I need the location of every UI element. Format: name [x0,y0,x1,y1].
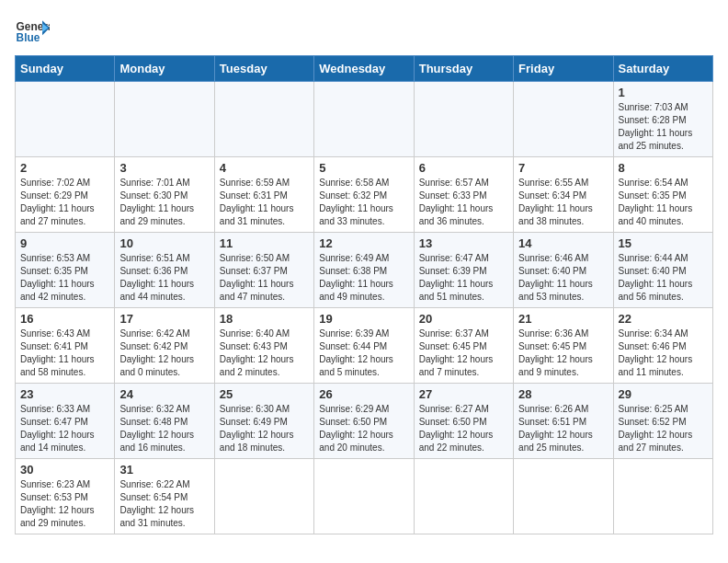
day-number: 24 [119,387,209,401]
calendar-cell [214,82,313,157]
day-number: 21 [518,312,608,326]
day-info: Sunrise: 6:47 AM Sunset: 6:39 PM Dayligh… [419,252,508,304]
day-number: 31 [119,463,209,477]
day-number: 28 [518,387,608,401]
weekday-header: Monday [115,56,214,82]
day-number: 22 [619,312,708,326]
day-info: Sunrise: 6:32 AM Sunset: 6:48 PM Dayligh… [119,403,209,454]
calendar-cell: 3Sunrise: 7:01 AM Sunset: 6:30 PM Daylig… [115,157,214,233]
day-info: Sunrise: 6:34 AM Sunset: 6:46 PM Dayligh… [619,327,708,379]
calendar-cell: 2Sunrise: 7:02 AM Sunset: 6:29 PM Daylig… [16,157,115,233]
day-number: 23 [20,387,109,401]
calendar-cell: 18Sunrise: 6:40 AM Sunset: 6:43 PM Dayli… [214,308,313,384]
logo: General Blue [15,15,53,50]
weekday-header: Saturday [613,56,712,82]
day-info: Sunrise: 6:25 AM Sunset: 6:52 PM Dayligh… [619,403,708,454]
day-number: 12 [319,236,408,250]
weekday-header: Wednesday [314,56,414,82]
calendar-cell [414,459,513,534]
day-info: Sunrise: 6:55 AM Sunset: 6:34 PM Dayligh… [518,177,608,228]
day-info: Sunrise: 6:23 AM Sunset: 6:53 PM Dayligh… [20,478,109,530]
day-info: Sunrise: 6:42 AM Sunset: 6:42 PM Dayligh… [119,327,209,379]
day-info: Sunrise: 6:46 AM Sunset: 6:40 PM Dayligh… [518,252,608,304]
day-number: 8 [619,161,708,175]
day-info: Sunrise: 6:59 AM Sunset: 6:31 PM Dayligh… [220,177,309,228]
calendar-cell: 14Sunrise: 6:46 AM Sunset: 6:40 PM Dayli… [514,233,613,308]
day-info: Sunrise: 6:30 AM Sunset: 6:49 PM Dayligh… [220,403,309,454]
calendar-cell: 11Sunrise: 6:50 AM Sunset: 6:37 PM Dayli… [214,233,313,308]
calendar-cell: 28Sunrise: 6:26 AM Sunset: 6:51 PM Dayli… [514,384,613,459]
calendar-week-row: 2Sunrise: 7:02 AM Sunset: 6:29 PM Daylig… [16,157,713,233]
calendar-week-row: 1Sunrise: 7:03 AM Sunset: 6:28 PM Daylig… [16,82,713,157]
day-number: 19 [319,312,408,326]
calendar-cell: 24Sunrise: 6:32 AM Sunset: 6:48 PM Dayli… [115,384,214,459]
day-info: Sunrise: 6:43 AM Sunset: 6:41 PM Dayligh… [20,327,109,379]
day-number: 30 [20,463,109,477]
calendar-cell: 17Sunrise: 6:42 AM Sunset: 6:42 PM Dayli… [115,308,214,384]
calendar-cell [514,459,613,534]
day-number: 10 [119,236,209,250]
day-number: 25 [220,387,309,401]
weekday-header: Tuesday [214,56,313,82]
calendar-cell: 1Sunrise: 7:03 AM Sunset: 6:28 PM Daylig… [613,82,712,157]
day-number: 6 [419,161,508,175]
day-info: Sunrise: 6:36 AM Sunset: 6:45 PM Dayligh… [518,327,608,379]
day-info: Sunrise: 6:26 AM Sunset: 6:51 PM Dayligh… [518,403,608,454]
calendar-cell: 26Sunrise: 6:29 AM Sunset: 6:50 PM Dayli… [314,384,414,459]
weekday-header: Sunday [16,56,115,82]
calendar-cell: 31Sunrise: 6:22 AM Sunset: 6:54 PM Dayli… [115,459,214,534]
header: General Blue [15,15,713,50]
calendar-cell: 6Sunrise: 6:57 AM Sunset: 6:33 PM Daylig… [414,157,513,233]
day-info: Sunrise: 6:27 AM Sunset: 6:50 PM Dayligh… [419,403,508,454]
calendar-cell: 7Sunrise: 6:55 AM Sunset: 6:34 PM Daylig… [514,157,613,233]
logo-icon: General Blue [15,15,50,50]
calendar-cell: 21Sunrise: 6:36 AM Sunset: 6:45 PM Dayli… [514,308,613,384]
day-number: 26 [319,387,408,401]
day-number: 3 [119,161,209,175]
svg-text:Blue: Blue [17,31,40,44]
calendar-cell: 10Sunrise: 6:51 AM Sunset: 6:36 PM Dayli… [115,233,214,308]
day-number: 20 [419,312,508,326]
calendar-cell: 15Sunrise: 6:44 AM Sunset: 6:40 PM Dayli… [613,233,712,308]
calendar-cell [314,459,414,534]
weekday-header: Thursday [414,56,513,82]
calendar-cell: 20Sunrise: 6:37 AM Sunset: 6:45 PM Dayli… [414,308,513,384]
day-info: Sunrise: 6:29 AM Sunset: 6:50 PM Dayligh… [319,403,408,454]
day-number: 29 [619,387,708,401]
calendar-cell [115,82,214,157]
day-number: 7 [518,161,608,175]
calendar-cell: 8Sunrise: 6:54 AM Sunset: 6:35 PM Daylig… [613,157,712,233]
day-number: 9 [20,236,109,250]
calendar-cell: 29Sunrise: 6:25 AM Sunset: 6:52 PM Dayli… [613,384,712,459]
day-number: 4 [220,161,309,175]
calendar-cell: 5Sunrise: 6:58 AM Sunset: 6:32 PM Daylig… [314,157,414,233]
calendar-header: SundayMondayTuesdayWednesdayThursdayFrid… [16,56,713,82]
day-info: Sunrise: 6:44 AM Sunset: 6:40 PM Dayligh… [619,252,708,304]
day-info: Sunrise: 6:53 AM Sunset: 6:35 PM Dayligh… [20,252,109,304]
day-number: 5 [319,161,408,175]
calendar-week-row: 9Sunrise: 6:53 AM Sunset: 6:35 PM Daylig… [16,233,713,308]
calendar-cell: 30Sunrise: 6:23 AM Sunset: 6:53 PM Dayli… [16,459,115,534]
calendar-body: 1Sunrise: 7:03 AM Sunset: 6:28 PM Daylig… [16,82,713,534]
day-number: 27 [419,387,508,401]
calendar-cell [314,82,414,157]
day-number: 11 [220,236,309,250]
calendar-week-row: 30Sunrise: 6:23 AM Sunset: 6:53 PM Dayli… [16,459,713,534]
day-number: 13 [419,236,508,250]
day-info: Sunrise: 6:40 AM Sunset: 6:43 PM Dayligh… [220,327,309,379]
calendar-cell: 23Sunrise: 6:33 AM Sunset: 6:47 PM Dayli… [16,384,115,459]
day-number: 17 [119,312,209,326]
calendar-cell: 22Sunrise: 6:34 AM Sunset: 6:46 PM Dayli… [613,308,712,384]
day-info: Sunrise: 7:01 AM Sunset: 6:30 PM Dayligh… [119,177,209,228]
weekday-row: SundayMondayTuesdayWednesdayThursdayFrid… [16,56,713,82]
calendar-cell [16,82,115,157]
day-info: Sunrise: 6:54 AM Sunset: 6:35 PM Dayligh… [619,177,708,228]
day-number: 1 [619,86,708,99]
day-number: 2 [20,161,109,175]
calendar-cell: 12Sunrise: 6:49 AM Sunset: 6:38 PM Dayli… [314,233,414,308]
day-info: Sunrise: 6:37 AM Sunset: 6:45 PM Dayligh… [419,327,508,379]
day-info: Sunrise: 6:51 AM Sunset: 6:36 PM Dayligh… [119,252,209,304]
day-number: 18 [220,312,309,326]
day-info: Sunrise: 6:58 AM Sunset: 6:32 PM Dayligh… [319,177,408,228]
calendar-cell [613,459,712,534]
